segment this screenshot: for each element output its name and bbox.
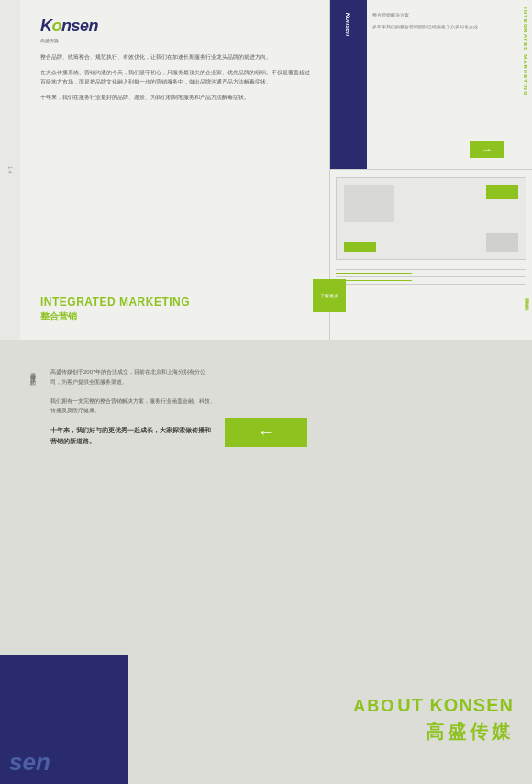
logo-area: Konsen 高盛传媒	[40, 17, 311, 44]
about-prefix: ABO	[353, 697, 395, 716]
back-arrow-button[interactable]: ←	[225, 418, 307, 447]
layout-box1	[344, 185, 394, 222]
about-cn: 高盛传媒	[426, 720, 514, 745]
bottom-para2: 我们拥有一支完整的整合营销解决方案，服务行业涵盖金融、科技、传播及及医疗健康。	[50, 397, 216, 417]
bottom-inner: 高盛传媒介绍 高盛传媒创于2007年的合法成立，目前在北京和上海分别有分公司，为…	[0, 340, 532, 784]
line3	[336, 276, 526, 277]
line1	[336, 269, 526, 270]
arrow-button[interactable]: →	[470, 141, 504, 158]
bottom-text-block: 高盛传媒创于2007年的合法成立，目前在北京和上海分别有分公司，为客户提供全面服…	[50, 367, 216, 447]
integrated-title-cn: 整合营销	[40, 310, 311, 323]
bottom-section: 高盛传媒介绍 高盛传媒创于2007年的合法成立，目前在北京和上海分别有分公司，为…	[0, 340, 532, 784]
vertical-left-text: 高盛传媒介绍	[28, 367, 42, 378]
about-left-block: sen	[0, 655, 128, 784]
line4-green	[336, 280, 412, 281]
line2-green	[336, 273, 412, 274]
learn-more-label: 了解更多	[320, 293, 338, 299]
about-right-block: ABO UT KONSEN 高盛传媒	[128, 655, 532, 784]
right-top: Konsen 整合营销解决方案 多年来我们的整合营销团队已经服务了众多知名企业 …	[330, 0, 532, 170]
small-lines	[336, 269, 526, 287]
vertical-text-right: 营销整合 解决方案	[525, 294, 530, 303]
para1: 整合品牌、统筹整合、规范执行、有效优化，让我们在加速长期服务行业龙头品牌的前进方…	[40, 53, 311, 62]
layout-box4	[486, 233, 518, 252]
line5	[336, 284, 526, 285]
para2: 在大众传播系统、营销沟通的今天，我们坚守初心，只服务最顶尖的企业家、优先品牌的组…	[40, 69, 311, 86]
integrated-title-en: INTEGRATED MARKETING	[40, 296, 311, 308]
vert-text-span: 高盛传媒介绍	[28, 367, 39, 378]
page-wrapper: 14 Konsen 高盛传媒 整合品牌、统筹整合、规范执行、有效优化，让我们在加…	[0, 0, 532, 784]
left-page: Konsen 高盛传媒 整合品牌、统筹整合、规范执行、有效优化，让我们在加速长期…	[20, 0, 330, 340]
left-sidebar: 14	[0, 0, 20, 340]
logo-white: Konsen	[345, 13, 351, 37]
logo-partial: sen	[9, 749, 50, 775]
learn-more-button[interactable]: 了解更多	[313, 279, 346, 312]
about-en: UT KONSEN	[397, 695, 514, 716]
bottom-para3: 十年来，我们好与的更优秀一起成长，大家探索做传播和营销的新道路。	[50, 425, 216, 446]
layout-box2	[486, 185, 518, 199]
arrow-right-icon: →	[482, 143, 493, 156]
layout-box3	[344, 242, 376, 252]
right-small-text1: 整合营销解决方案	[372, 13, 526, 19]
top-section: 14 Konsen 高盛传媒 整合品牌、统筹整合、规范执行、有效优化，让我们在加…	[0, 0, 532, 340]
about-main-text: ABO UT KONSEN 高盛传媒	[353, 695, 514, 745]
bottom-para1: 高盛传媒创于2007年的合法成立，目前在北京和上海分别有分公司，为客户提供全面服…	[50, 367, 216, 387]
page-number: 14	[7, 166, 13, 174]
para3: 十年来，我们在服务行业最好的品牌、愿景、为我们机制地服务和产品方法解毒症状。	[40, 94, 311, 103]
vertical-green-text: INTEGRATED MARKETING	[522, 7, 528, 96]
right-page: Konsen 整合营销解决方案 多年来我们的整合营销团队已经服务了众多知名企业 …	[330, 0, 532, 340]
logo: Konsen	[40, 17, 98, 36]
logo-tagline: 高盛传媒	[40, 38, 98, 44]
right-top-main: 整合营销解决方案 多年来我们的整合营销团队已经服务了众多知名企业	[367, 0, 532, 169]
right-small-text2: 多年来我们的整合营销团队已经服务了众多知名企业	[372, 25, 526, 31]
integrated-marketing-section: INTEGRATED MARKETING 整合营销	[40, 296, 311, 330]
arrow-left-icon: ←	[258, 423, 274, 442]
right-bottom: 营销整合 解决方案	[330, 170, 532, 340]
layout-preview	[336, 177, 526, 260]
right-top-blue-bar: Konsen	[330, 0, 367, 169]
about-section: sen ABO UT KONSEN 高盛传媒	[0, 655, 532, 784]
